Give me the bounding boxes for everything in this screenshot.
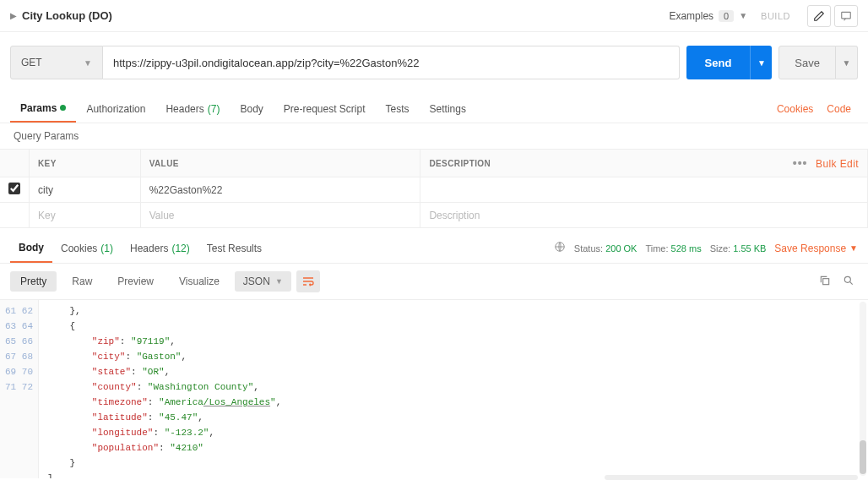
request-tabs: Params Authorization Headers(7) Body Pre… [0, 95, 868, 123]
code-content[interactable]: }, { "zip": "97119", "city": "Gaston", "… [39, 300, 290, 478]
globe-icon[interactable] [554, 241, 566, 255]
title-bar: ▶ City Lookup (DO) Examples 0 ▼ BUILD [0, 0, 868, 32]
save-response-dropdown[interactable]: Save Response ▼ [774, 243, 858, 254]
col-description: DESCRIPTION ••• Bulk Edit [420, 150, 868, 177]
chevron-down-icon: ▼ [849, 243, 858, 253]
collapse-triangle-icon[interactable]: ▶ [10, 11, 17, 20]
resp-tab-cookies[interactable]: Cookies(1) [52, 233, 122, 263]
chevron-down-icon: ▼ [739, 11, 747, 20]
examples-label: Examples [669, 10, 713, 22]
resp-tab-body[interactable]: Body [10, 233, 52, 263]
resp-tab-tests[interactable]: Test Results [198, 233, 270, 263]
send-button[interactable]: Send [686, 46, 751, 79]
tab-body[interactable]: Body [230, 95, 273, 123]
view-pretty[interactable]: Pretty [10, 271, 57, 292]
method-label: GET [21, 57, 42, 68]
save-dropdown[interactable]: ▼ [836, 46, 858, 79]
code-link[interactable]: Code [820, 103, 858, 115]
build-label[interactable]: BUILD [761, 11, 790, 21]
tab-authorization[interactable]: Authorization [76, 95, 155, 123]
svg-rect-0 [842, 12, 851, 19]
edit-icon-button[interactable] [807, 5, 831, 27]
bulk-edit-link[interactable]: Bulk Edit [816, 158, 859, 170]
tab-prerequest[interactable]: Pre-request Script [274, 95, 376, 123]
save-button[interactable]: Save [778, 46, 836, 79]
modified-dot-icon [60, 105, 66, 111]
cell-key[interactable]: city [30, 177, 141, 203]
more-icon[interactable]: ••• [793, 156, 808, 170]
table-row: city %22Gaston%22 [0, 177, 868, 203]
resp-tab-headers[interactable]: Headers(12) [122, 233, 198, 263]
scroll-thumb[interactable] [860, 440, 866, 474]
cell-description[interactable] [420, 177, 868, 203]
cell-key-placeholder[interactable]: Key [30, 203, 141, 228]
response-tabs: Body Cookies(1) Headers(12) Test Results… [0, 233, 868, 264]
query-params-label: Query Params [0, 123, 868, 149]
horizontal-scrollbar[interactable] [0, 475, 868, 480]
examples-dropdown[interactable]: Examples 0 ▼ [669, 10, 747, 22]
size-meta: Size: 1.55 KB [710, 243, 767, 254]
cookies-link[interactable]: Cookies [770, 103, 820, 115]
chevron-down-icon: ▼ [84, 58, 92, 68]
search-icon[interactable] [839, 275, 858, 289]
send-dropdown[interactable]: ▼ [750, 46, 772, 79]
row-checkbox[interactable] [8, 183, 20, 194]
examples-count-badge: 0 [719, 10, 734, 22]
cell-description-placeholder[interactable]: Description [420, 203, 868, 228]
format-select[interactable]: JSON▼ [235, 271, 291, 292]
body-toolbar: Pretty Raw Preview Visualize JSON▼ [0, 264, 868, 299]
query-params-table: KEY VALUE DESCRIPTION ••• Bulk Edit city… [0, 149, 868, 228]
comment-icon-button[interactable] [834, 5, 858, 27]
cell-value[interactable]: %22Gaston%22 [140, 177, 420, 203]
url-input[interactable] [103, 46, 680, 79]
cell-value-placeholder[interactable]: Value [140, 203, 420, 228]
line-gutter: 61 62 63 64 65 66 67 68 69 70 71 72 [0, 300, 39, 478]
view-visualize[interactable]: Visualize [169, 271, 230, 292]
wrap-lines-icon[interactable] [296, 270, 320, 292]
tab-headers[interactable]: Headers(7) [155, 95, 230, 123]
col-checkbox [0, 150, 30, 177]
time-meta: Time: 528 ms [645, 243, 701, 254]
url-row: GET ▼ Send ▼ Save ▼ [0, 32, 868, 83]
table-row-empty: Key Value Description [0, 203, 868, 228]
tab-tests[interactable]: Tests [376, 95, 420, 123]
method-select[interactable]: GET ▼ [10, 46, 103, 79]
view-raw[interactable]: Raw [62, 271, 102, 292]
svg-rect-2 [823, 278, 829, 284]
status-meta: Status: 200 OK [574, 243, 637, 254]
view-preview[interactable]: Preview [107, 271, 164, 292]
col-value: VALUE [140, 150, 420, 177]
response-body-view: 61 62 63 64 65 66 67 68 69 70 71 72 }, {… [0, 299, 868, 478]
tab-settings[interactable]: Settings [420, 95, 476, 123]
request-title: City Lookup (DO) [22, 9, 669, 22]
vertical-scrollbar[interactable] [860, 302, 866, 476]
copy-icon[interactable] [816, 275, 834, 289]
svg-point-3 [844, 276, 850, 282]
col-key: KEY [30, 150, 141, 177]
tab-params[interactable]: Params [10, 95, 76, 123]
